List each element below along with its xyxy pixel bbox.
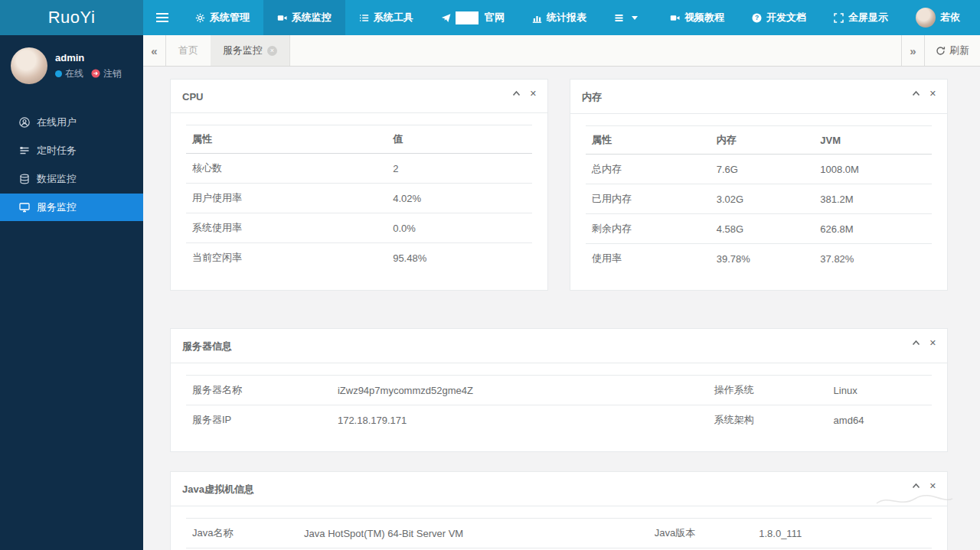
- label-cell: 系统架构: [708, 405, 828, 435]
- nav-item-label: 系统工具: [374, 11, 413, 24]
- nav-item-label: 视频教程: [684, 11, 724, 24]
- attr-cell: 剩余内存: [586, 214, 710, 244]
- value-cell: iZwz94p7mycommzd52gme4Z: [332, 376, 708, 405]
- navbar-menu: 系统管理 系统监控 系统工具 官网 统计报表: [143, 0, 652, 35]
- attr-cell: 当前空闲率: [186, 243, 387, 273]
- nav-item-user-profile[interactable]: 若依: [902, 0, 974, 35]
- nav-item-system-monitor[interactable]: 系统监控: [263, 0, 345, 35]
- label-cell: 操作系统: [708, 376, 828, 405]
- nav-item-label: 统计报表: [547, 11, 586, 24]
- label-cell: Java版本: [648, 519, 753, 548]
- refresh-icon: [936, 46, 946, 56]
- server-info-table: 服务器名称 iZwz94p7mycommzd52gme4Z 操作系统 Linux…: [186, 375, 932, 434]
- sidebar-item-online-users[interactable]: 在线用户: [0, 109, 143, 136]
- value-cell: 3.02G: [710, 184, 815, 214]
- nav-item-video-tutorial[interactable]: 视频教程: [656, 0, 738, 35]
- nav-item-label: 开发文档: [766, 11, 806, 24]
- paper-plane-icon: [441, 13, 451, 23]
- table-row: 用户使用率 4.02%: [186, 184, 532, 213]
- nav-item-label: 全屏显示: [848, 11, 888, 24]
- page-content: CPU ✕ 属性 值: [143, 67, 980, 550]
- nav-item-more-dropdown[interactable]: [600, 0, 652, 35]
- close-icon[interactable]: ✕: [929, 339, 936, 347]
- tabs-scroll-right-button[interactable]: »: [901, 35, 924, 66]
- collapse-icon[interactable]: [912, 482, 920, 490]
- fullscreen-icon: [834, 13, 844, 23]
- tasks-icon: [19, 145, 30, 156]
- nav-item-label: 系统监控: [292, 11, 332, 24]
- column-header: 值: [387, 125, 532, 154]
- hamburger-icon: [155, 12, 169, 23]
- close-icon[interactable]: ✕: [929, 89, 936, 98]
- bar-chart-icon: [532, 13, 542, 23]
- sidebar-item-label: 在线用户: [37, 116, 77, 129]
- table-row: 使用率 39.78% 37.82%: [586, 244, 932, 274]
- video-icon: [277, 13, 287, 23]
- table-row: 剩余内存 4.58G 626.8M: [586, 214, 932, 244]
- column-header: JVM: [814, 126, 932, 155]
- jvm-info-panel: Java虚拟机信息 ✕ Java名称 Java HotSpot(TM) 64-B…: [170, 471, 948, 550]
- app-logo[interactable]: RuoYi: [0, 0, 143, 35]
- attr-cell: 核心数: [186, 154, 387, 184]
- nav-item-fullscreen[interactable]: 全屏显示: [820, 0, 902, 35]
- nav-item-system-tools[interactable]: 系统工具: [345, 0, 427, 35]
- collapse-icon[interactable]: [512, 89, 521, 98]
- censored-block: [456, 11, 479, 24]
- tabs-scroll-left-button[interactable]: «: [143, 35, 166, 66]
- value-cell: amd64: [828, 405, 932, 435]
- memory-table: 属性 内存 JVM 总内存 7.6G 1008.0M 已用内存: [586, 125, 932, 273]
- value-cell: 4.02%: [387, 184, 532, 213]
- table-row: 系统使用率 0.0%: [186, 213, 532, 243]
- monitor-icon: [19, 202, 30, 213]
- logout-icon: [91, 69, 100, 78]
- close-icon[interactable]: ✕: [530, 89, 537, 98]
- nav-item-dev-docs[interactable]: ? 开发文档: [738, 0, 820, 35]
- nav-item-report[interactable]: 统计报表: [518, 0, 600, 35]
- sidebar-item-label: 数据监控: [37, 172, 77, 186]
- tab-service-monitor[interactable]: 服务监控 ×: [211, 35, 290, 66]
- cpu-panel: CPU ✕ 属性 值: [170, 79, 548, 291]
- nav-item-label: 官网: [485, 11, 505, 24]
- table-row: 核心数 2: [186, 154, 532, 184]
- table-row: 服务器IP 172.18.179.171 系统架构 amd64: [186, 405, 932, 435]
- panel-title: 内存: [582, 91, 602, 103]
- logout-link[interactable]: 注销: [91, 66, 122, 81]
- sidebar-item-scheduled-tasks[interactable]: 定时任务: [0, 137, 143, 164]
- column-header: 内存: [710, 126, 815, 155]
- value-cell: 2: [387, 154, 532, 184]
- refresh-tab-button[interactable]: 刷新: [924, 35, 980, 66]
- collapse-icon[interactable]: [912, 339, 920, 347]
- nav-item-label: 若依: [940, 11, 960, 24]
- avatar[interactable]: [11, 47, 47, 84]
- left-sidebar: admin 在线 注销 在线用户: [0, 35, 143, 550]
- label-cell: 服务器IP: [186, 405, 332, 435]
- cpu-table: 属性 值 核心数 2 用户使用率 4.02%: [186, 125, 532, 272]
- navbar-right: 视频教程 ? 开发文档 全屏显示 若依: [656, 0, 980, 35]
- server-info-panel: 服务器信息 ✕ 服务器名称 iZwz94p7mycommzd52gme4Z: [170, 328, 948, 452]
- nav-item-system-manage[interactable]: 系统管理: [181, 0, 263, 35]
- online-status: 在线: [55, 66, 83, 81]
- label-cell: Java名称: [186, 519, 298, 548]
- database-icon: [19, 174, 30, 184]
- value-cell: Linux: [828, 376, 932, 405]
- value-cell: Java HotSpot(TM) 64-Bit Server VM: [298, 519, 648, 548]
- tab-home[interactable]: 首页: [166, 35, 211, 66]
- table-row: 服务器名称 iZwz94p7mycommzd52gme4Z 操作系统 Linux: [186, 376, 932, 405]
- label-cell: 服务器名称: [186, 376, 332, 405]
- attr-cell: 已用内存: [586, 184, 710, 214]
- sidebar-item-service-monitor[interactable]: 服务监控: [0, 194, 143, 221]
- sidebar-menu: 在线用户 定时任务 数据监控 服务监控: [0, 109, 143, 221]
- sidebar-toggle-button[interactable]: [143, 0, 181, 35]
- sidebar-item-data-monitor[interactable]: 数据监控: [0, 165, 143, 193]
- nav-item-official-site[interactable]: 官网: [427, 0, 518, 35]
- question-circle-icon: ?: [752, 13, 762, 23]
- nav-item-label: 系统管理: [210, 11, 250, 24]
- close-icon[interactable]: ✕: [929, 482, 936, 490]
- main-area: « 首页 服务监控 × » 刷新 CPU: [143, 35, 980, 550]
- user-avatar: [916, 8, 936, 28]
- collapse-icon[interactable]: [912, 89, 920, 98]
- attr-cell: 系统使用率: [186, 213, 387, 243]
- column-header: 属性: [586, 126, 710, 155]
- tab-close-icon[interactable]: ×: [267, 46, 277, 56]
- value-cell: 0.0%: [387, 213, 532, 243]
